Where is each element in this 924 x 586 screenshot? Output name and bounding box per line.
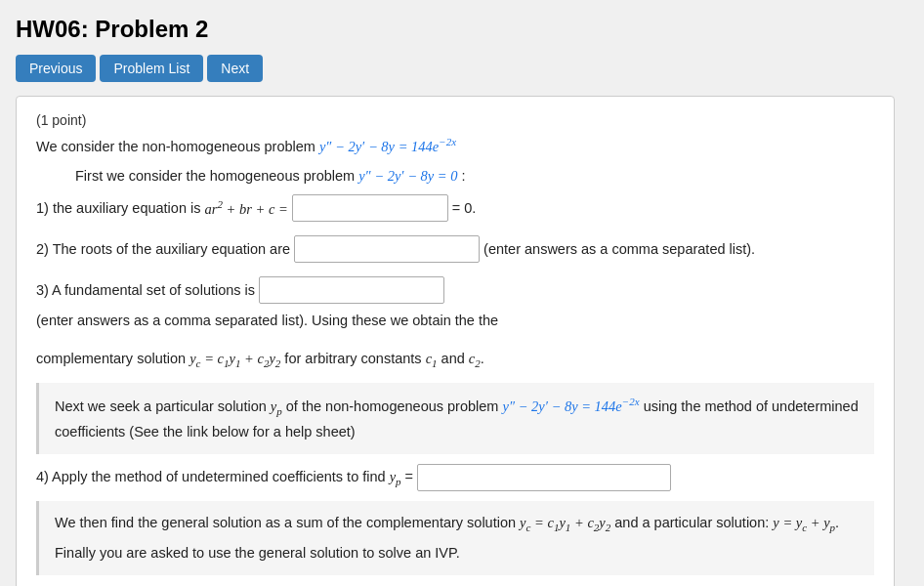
q3-complementary: complementary solution yc = c1y1 + c2y2 … xyxy=(36,347,874,373)
q4-prefix: 4) Apply the method of undetermined coef… xyxy=(36,464,413,492)
question-2-row: 2) The roots of the auxiliary equation a… xyxy=(36,235,874,263)
previous-button[interactable]: Previous xyxy=(16,55,96,82)
problem-list-button[interactable]: Problem List xyxy=(100,55,203,82)
nav-buttons: Previous Problem List Next xyxy=(16,55,908,82)
particular-block: Next we seek a particular solution yp of… xyxy=(36,383,874,454)
q2-answer-input[interactable] xyxy=(294,235,480,263)
q1-equation: ar2 + br + c = xyxy=(204,195,287,222)
point-label: (1 point) xyxy=(36,112,874,128)
question-3-row: 3) A fundamental set of solutions is (en… xyxy=(36,276,874,333)
question-1-row: 1) the auxiliary equation is ar2 + br + … xyxy=(36,194,874,222)
intro-text: We consider the non-homogeneous problem … xyxy=(36,134,874,158)
particular-intro: Next we seek a particular solution yp of… xyxy=(55,398,859,440)
q2-prefix: 2) The roots of the auxiliary equation a… xyxy=(36,236,290,262)
q2-suffix: (enter answers as a comma separated list… xyxy=(483,236,755,262)
q3-prefix: 3) A fundamental set of solutions is xyxy=(36,277,255,303)
q1-prefix: 1) the auxiliary equation is xyxy=(36,195,200,221)
next-button[interactable]: Next xyxy=(207,55,263,82)
page-title: HW06: Problem 2 xyxy=(16,16,908,43)
question-4-row: 4) Apply the method of undetermined coef… xyxy=(36,464,874,492)
q3-answer-input[interactable] xyxy=(259,276,444,304)
general-solution-block: We then find the general solution as a s… xyxy=(36,501,874,574)
q3-suffix: (enter answers as a comma separated list… xyxy=(36,308,498,333)
q1-suffix: = 0. xyxy=(452,195,477,221)
homogeneous-intro: First we consider the homogeneous proble… xyxy=(75,168,874,185)
problem-container: (1 point) We consider the non-homogeneou… xyxy=(16,96,895,586)
q1-answer-input[interactable] xyxy=(292,194,448,222)
q4-answer-input[interactable] xyxy=(417,464,671,491)
